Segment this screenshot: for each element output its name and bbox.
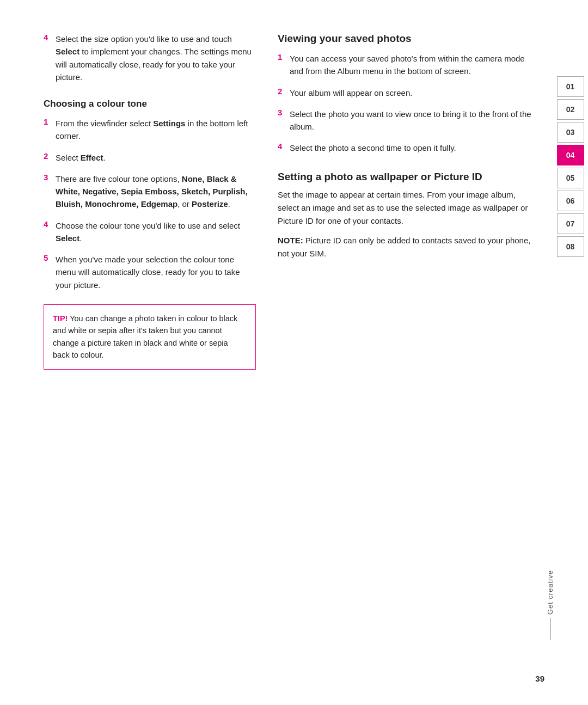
sidebar-tab-07[interactable]: 07 (557, 213, 584, 234)
viewing-step-2: 2 Your album will appear on screen. (278, 87, 536, 99)
note-label: NOTE: (278, 236, 303, 245)
viewing-step-4: 4 Select the photo a second time to open… (278, 142, 536, 154)
setting-heading: Setting a photo as wallpaper or Picture … (278, 171, 536, 183)
step-number-c3: 3 (44, 173, 51, 182)
step-number-v3: 3 (278, 108, 285, 117)
tip-label: TIP! (53, 314, 68, 323)
step-text-c4: Choose the colour tone you'd like to use… (56, 219, 256, 245)
step-number-4-top: 4 (44, 33, 51, 42)
step-4-top: 4 Select the size option you'd like to u… (44, 33, 256, 83)
step-text-v4: Select the photo a second time to open i… (290, 142, 456, 154)
step-number-c2: 2 (44, 151, 51, 161)
main-content: 4 Select the size option you'd like to u… (0, 0, 553, 705)
choosing-step-2: 2 Select Effect. (44, 151, 256, 164)
sidebar-tab-08[interactable]: 08 (557, 236, 584, 257)
step-number-v1: 1 (278, 52, 285, 62)
step-text-c5: When you've made your selection the colo… (56, 253, 256, 291)
get-creative-line (550, 618, 550, 640)
sidebar-tab-01[interactable]: 01 (557, 76, 584, 97)
page-number: 39 (535, 674, 544, 683)
viewing-heading: Viewing your saved photos (278, 33, 536, 45)
right-column: Viewing your saved photos 1 You can acce… (278, 33, 553, 672)
step-number-c5: 5 (44, 253, 51, 262)
step-text-c2: Select Effect. (56, 151, 106, 164)
sidebar: 01 02 03 04 05 06 07 08 (553, 0, 588, 705)
choosing-step-1: 1 From the viewfinder select Settings in… (44, 117, 256, 143)
step-text-4-top: Select the size option you'd like to use… (56, 33, 256, 83)
setting-body: Set the image to appear at certain times… (278, 188, 536, 228)
choosing-step-4: 4 Choose the colour tone you'd like to u… (44, 219, 256, 245)
choosing-step-5: 5 When you've made your selection the co… (44, 253, 256, 291)
choosing-heading: Choosing a colour tone (44, 99, 256, 109)
step-text-c3: There are five colour tone options, None… (56, 173, 256, 211)
step-text-v2: Your album will appear on screen. (290, 87, 412, 99)
sidebar-tab-05[interactable]: 05 (557, 168, 584, 188)
sidebar-tab-06[interactable]: 06 (557, 191, 584, 211)
viewing-step-1: 1 You can access your saved photo's from… (278, 52, 536, 78)
sidebar-tab-02[interactable]: 02 (557, 99, 584, 120)
choosing-step-3: 3 There are five colour tone options, No… (44, 173, 256, 211)
get-creative-wrapper: Get creative (546, 570, 554, 640)
step-text-c1: From the viewfinder select Settings in t… (56, 117, 256, 143)
step-number-c4: 4 (44, 219, 51, 229)
sidebar-tab-03[interactable]: 03 (557, 122, 584, 143)
step-text-v3: Select the photo you want to view once t… (290, 108, 536, 133)
step-number-c1: 1 (44, 117, 51, 126)
note-block: NOTE: Picture ID can only be added to co… (278, 234, 536, 260)
tip-text: You can change a photo taken in colour t… (53, 314, 237, 359)
step-number-v4: 4 (278, 142, 285, 151)
tip-box: TIP! You can change a photo taken in col… (44, 304, 256, 370)
get-creative-text: Get creative (546, 570, 554, 615)
sidebar-tab-04[interactable]: 04 (557, 145, 584, 165)
left-column: 4 Select the size option you'd like to u… (44, 33, 278, 672)
page-container: 4 Select the size option you'd like to u… (0, 0, 588, 705)
step-number-v2: 2 (278, 87, 285, 96)
viewing-step-3: 3 Select the photo you want to view once… (278, 108, 536, 133)
step-text-v1: You can access your saved photo's from w… (290, 52, 536, 78)
note-text: Picture ID can only be added to contacts… (278, 236, 530, 258)
